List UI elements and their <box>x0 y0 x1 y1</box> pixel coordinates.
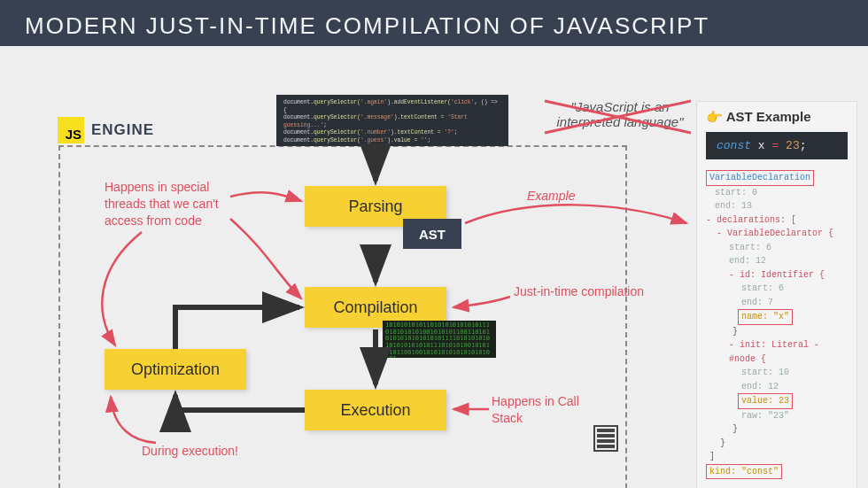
ast-panel-title: 👉 AST Example <box>706 109 848 125</box>
strike-x-icon <box>540 94 700 138</box>
ast-tree: VariableDeclaration start: 0 end: 13 - d… <box>706 170 848 479</box>
js-badge-icon: JS <box>58 117 84 143</box>
annotation-callstack: Happens in Call Stack <box>492 393 598 427</box>
point-right-icon: 👉 <box>706 109 723 124</box>
annotation-jit: Just-in-time compilation <box>514 283 647 300</box>
stage-optimization: Optimization <box>105 349 246 390</box>
machine-code-icon: 1010101010110101010101010111010101010100… <box>383 321 496 358</box>
annotation-threads: Happens in special threads that we can't… <box>105 179 246 229</box>
engine-label: ENGINE <box>91 121 154 139</box>
annotation-during: During execution! <box>142 443 238 460</box>
ast-code-sample: const x = 23; <box>706 132 848 159</box>
stage-execution: Execution <box>305 390 446 430</box>
call-stack-icon <box>593 425 618 452</box>
annotation-example: Example <box>527 188 575 205</box>
ast-output-tag: AST <box>403 219 461 249</box>
source-code-snippet: document.querySelector('.again').addEven… <box>276 95 508 146</box>
struck-text: "JavaScript is an interpreted language" <box>549 99 691 129</box>
diagram-canvas: JS ENGINE document.querySelector('.again… <box>0 46 868 488</box>
ast-example-panel: 👉 AST Example const x = 23; VariableDecl… <box>696 101 857 488</box>
header: MODERN JUST-IN-TIME COMPILATION OF JAVAS… <box>0 0 868 46</box>
page-title: MODERN JUST-IN-TIME COMPILATION OF JAVAS… <box>25 12 843 40</box>
